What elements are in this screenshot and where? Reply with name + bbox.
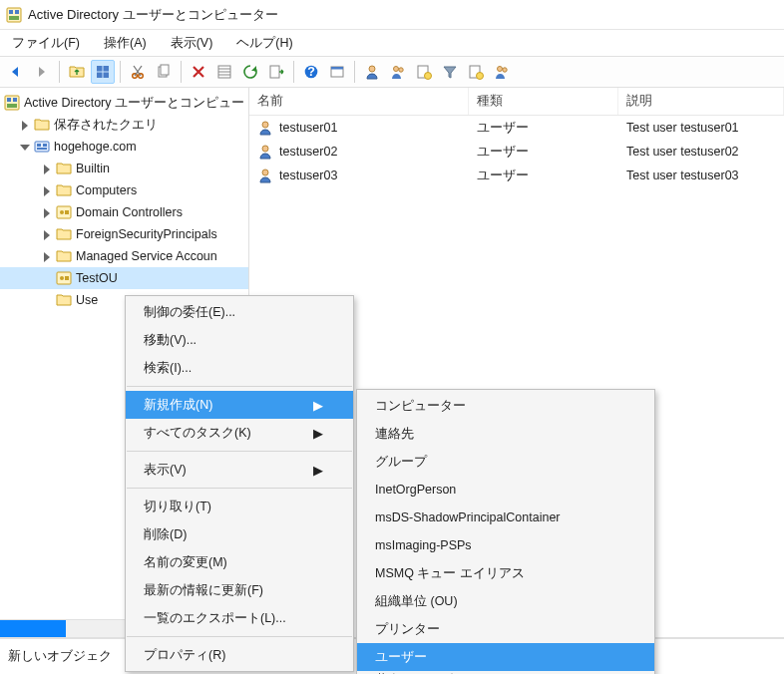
toolbar-filter-button[interactable] bbox=[438, 60, 462, 84]
tree-fsp[interactable]: ForeignSecurityPrincipals bbox=[0, 223, 248, 245]
cell-desc: Test user testuser01 bbox=[618, 121, 784, 135]
tree-computers[interactable]: Computers bbox=[0, 179, 248, 201]
toolbar-separator bbox=[293, 61, 294, 83]
menu-file[interactable]: ファイル(F) bbox=[2, 32, 90, 55]
list-row[interactable]: testuser02 ユーザー Test user testuser02 bbox=[249, 140, 784, 164]
tree-dc-label: Domain Controllers bbox=[76, 201, 183, 223]
toolbar-forward-button[interactable] bbox=[30, 60, 54, 84]
ctx-new-printer[interactable]: プリンター bbox=[357, 615, 654, 643]
list-row[interactable]: testuser03 ユーザー Test user testuser03 bbox=[249, 164, 784, 187]
window-title: Active Directory ユーザーとコンピューター bbox=[28, 6, 278, 24]
scroll-thumb[interactable] bbox=[0, 620, 66, 637]
tree-builtin[interactable]: Builtin bbox=[0, 158, 248, 179]
caret-down-icon[interactable] bbox=[18, 141, 30, 153]
toolbar-window-button[interactable] bbox=[325, 60, 349, 84]
toolbar-back-button[interactable] bbox=[4, 60, 28, 84]
submenu-arrow-icon: ▶ bbox=[273, 398, 323, 413]
ctx-view[interactable]: 表示(V)▶ bbox=[126, 456, 353, 484]
caret-right-icon[interactable] bbox=[40, 228, 52, 240]
toolbar-new-group-button[interactable] bbox=[386, 60, 410, 84]
toolbar-new-ou-button[interactable] bbox=[412, 60, 436, 84]
ctx-new-contact[interactable]: 連絡先 bbox=[357, 420, 654, 448]
ctx-separator bbox=[127, 386, 352, 387]
cell-name: testuser01 bbox=[279, 121, 337, 135]
ctx-new-user[interactable]: ユーザー bbox=[357, 643, 654, 671]
folder-icon bbox=[34, 117, 50, 133]
toolbar-refresh-button[interactable] bbox=[238, 60, 262, 84]
ctx-all-tasks[interactable]: すべてのタスク(K)▶ bbox=[126, 419, 353, 447]
col-type[interactable]: 種類 bbox=[469, 88, 618, 115]
cell-name: testuser02 bbox=[279, 145, 337, 159]
ctx-new[interactable]: 新規作成(N)▶ bbox=[126, 391, 353, 419]
list-row[interactable]: testuser01 ユーザー Test user testuser01 bbox=[249, 116, 784, 140]
toolbar-separator bbox=[354, 61, 355, 83]
tree-root[interactable]: Active Directory ユーザーとコンピュー bbox=[0, 92, 248, 114]
tree-saved-queries[interactable]: 保存されたクエリ bbox=[0, 114, 248, 136]
cell-type: ユーザー bbox=[469, 120, 618, 137]
list-header[interactable]: 名前 種類 説明 bbox=[249, 88, 784, 116]
caret-right-icon[interactable] bbox=[40, 250, 52, 262]
toolbar-separator bbox=[181, 61, 182, 83]
ctx-new-msmq[interactable]: MSMQ キュー エイリアス bbox=[357, 559, 654, 587]
ctx-new-inetorgperson[interactable]: InetOrgPerson bbox=[357, 476, 654, 504]
ou-icon bbox=[56, 270, 72, 286]
tree-builtin-label: Builtin bbox=[76, 158, 110, 179]
ctx-new-msds[interactable]: msDS-ShadowPrincipalContainer bbox=[357, 504, 654, 531]
ctx-new-group[interactable]: グループ bbox=[357, 448, 654, 476]
user-icon bbox=[257, 168, 273, 183]
folder-icon bbox=[56, 226, 72, 242]
toolbar-delete-button[interactable] bbox=[187, 60, 210, 84]
caret-spacer bbox=[40, 272, 52, 284]
toolbar-add-members-button[interactable] bbox=[490, 60, 514, 84]
ctx-cut[interactable]: 切り取り(T) bbox=[126, 493, 353, 520]
folder-icon bbox=[56, 292, 72, 308]
col-desc[interactable]: 説明 bbox=[618, 88, 784, 115]
cell-desc: Test user testuser03 bbox=[618, 168, 784, 182]
ctx-new-computer[interactable]: コンピューター bbox=[357, 392, 654, 420]
toolbar-show-tree-button[interactable] bbox=[91, 60, 115, 84]
ctx-delegate-control[interactable]: 制御の委任(E)... bbox=[126, 298, 353, 326]
caret-right-icon[interactable] bbox=[40, 163, 52, 174]
cell-type: ユーザー bbox=[469, 144, 618, 161]
toolbar-up-button[interactable] bbox=[65, 60, 89, 84]
domain-icon bbox=[34, 139, 50, 155]
caret-right-icon[interactable] bbox=[18, 119, 30, 131]
menu-help[interactable]: ヘルプ(H) bbox=[226, 32, 302, 55]
toolbar-new-user-button[interactable] bbox=[360, 60, 384, 84]
ctx-new-ou[interactable]: 組織単位 (OU) bbox=[357, 587, 654, 615]
tree-fsp-label: ForeignSecurityPrincipals bbox=[76, 223, 217, 245]
user-icon bbox=[257, 120, 273, 136]
tree-domain[interactable]: hogehoge.com bbox=[0, 136, 248, 158]
cell-type: ユーザー bbox=[469, 168, 618, 184]
tree-domain-controllers[interactable]: Domain Controllers bbox=[0, 201, 248, 223]
user-icon bbox=[257, 144, 273, 160]
toolbar-cut-button[interactable] bbox=[126, 60, 150, 84]
toolbar-export-button[interactable] bbox=[264, 60, 288, 84]
ctx-move[interactable]: 移動(V)... bbox=[126, 326, 353, 354]
toolbar-find-button[interactable] bbox=[464, 60, 488, 84]
menu-view[interactable]: 表示(V) bbox=[161, 32, 223, 55]
tree-saved-queries-label: 保存されたクエリ bbox=[54, 114, 158, 136]
ctx-properties[interactable]: プロパティ(R) bbox=[126, 641, 353, 669]
tree[interactable]: Active Directory ユーザーとコンピュー 保存されたクエリ hog… bbox=[0, 92, 248, 311]
ctx-refresh[interactable]: 最新の情報に更新(F) bbox=[126, 576, 353, 604]
toolbar-properties-button[interactable] bbox=[212, 60, 236, 84]
caret-right-icon[interactable] bbox=[40, 206, 52, 218]
toolbar-copy-button[interactable] bbox=[152, 60, 176, 84]
toolbar bbox=[0, 56, 784, 88]
ou-icon bbox=[56, 204, 72, 220]
menubar: ファイル(F) 操作(A) 表示(V) ヘルプ(H) bbox=[0, 30, 784, 56]
tree-msa[interactable]: Managed Service Accoun bbox=[0, 245, 248, 267]
ctx-export-list[interactable]: 一覧のエクスポート(L)... bbox=[126, 604, 353, 632]
tree-testou[interactable]: TestOU bbox=[0, 267, 248, 289]
menu-action[interactable]: 操作(A) bbox=[94, 32, 157, 55]
ctx-delete[interactable]: 削除(D) bbox=[126, 520, 353, 548]
ctx-find[interactable]: 検索(I)... bbox=[126, 354, 353, 382]
folder-icon bbox=[56, 161, 72, 176]
ctx-rename[interactable]: 名前の変更(M) bbox=[126, 548, 353, 576]
caret-right-icon[interactable] bbox=[40, 184, 52, 196]
ctx-new-msimaging[interactable]: msImaging-PSPs bbox=[357, 531, 654, 559]
ctx-separator bbox=[127, 488, 352, 489]
toolbar-help-button[interactable] bbox=[299, 60, 323, 84]
col-name[interactable]: 名前 bbox=[249, 88, 469, 115]
